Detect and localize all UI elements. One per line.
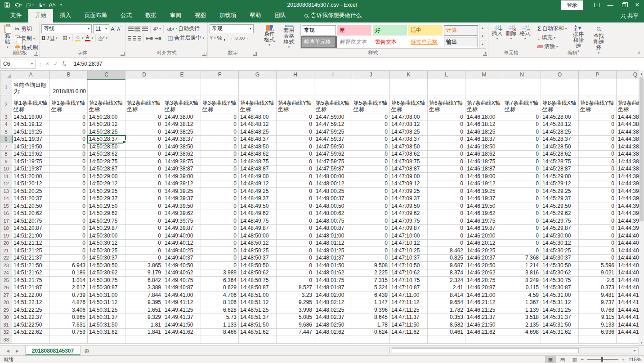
phonetic-guide-button[interactable]: 变x — [98, 34, 105, 42]
cell-B17[interactable]: 0 — [50, 217, 88, 225]
cell-M14[interactable]: 14:46:19:37 — [465, 195, 503, 202]
cell-P14[interactable]: 0 — [579, 195, 617, 202]
cell-C32[interactable]: 14:50:31:62 — [88, 328, 125, 336]
cell-Q31[interactable]: 14:44:41:50 — [617, 321, 639, 329]
cell-O14[interactable]: 14:45:29:37 — [541, 195, 579, 202]
cell-M18[interactable]: 14:46:19:87 — [465, 224, 503, 232]
cell-B31[interactable]: 7.631 — [50, 321, 88, 329]
cell-F27[interactable]: 4.706 — [201, 291, 239, 299]
format-as-table-button[interactable]: 套用表格格式 ▾ — [279, 24, 299, 50]
cell-F15[interactable]: 0 — [201, 202, 239, 210]
cell[interactable] — [465, 336, 503, 344]
cell-L11[interactable]: 0 — [428, 173, 465, 180]
cell-D25[interactable]: 6.842 — [125, 277, 163, 284]
styles-dialog-launcher[interactable] — [483, 52, 487, 56]
cell-J18[interactable]: 0 — [352, 224, 390, 232]
cell-A7[interactable]: 14:51:19:50 — [12, 143, 50, 151]
cell-G8[interactable]: 14:48:48:62 — [239, 150, 277, 158]
cell-O26[interactable]: 14:45:30:87 — [541, 284, 579, 291]
cell-Q27[interactable]: 14:44:41:00 — [617, 291, 639, 299]
cell-G20[interactable]: 14:48:50:12 — [239, 239, 277, 247]
cell-style-警告文本[interactable]: 警告文本 — [373, 37, 407, 47]
cell-D20[interactable]: 0 — [125, 239, 163, 247]
cell-F19[interactable]: 0 — [201, 232, 239, 240]
cell-J24[interactable]: 2.225 — [352, 269, 390, 277]
cell-J16[interactable]: 0 — [352, 210, 390, 217]
cell-H5[interactable]: 0 — [277, 128, 314, 136]
cell-I25[interactable]: 14:48:01:75 — [314, 277, 352, 284]
cell-L14[interactable]: 0 — [428, 195, 465, 202]
cell-E19[interactable]: 14:49:40:00 — [163, 232, 201, 240]
cell-Q25[interactable]: 14:44:40:75 — [617, 277, 639, 284]
cell-B29[interactable]: 3.406 — [50, 306, 88, 314]
cell[interactable] — [428, 336, 465, 344]
cell-N20[interactable]: 0 — [503, 239, 541, 247]
cell-L15[interactable]: 0 — [428, 202, 465, 210]
tab-公式[interactable]: 公式 — [114, 9, 139, 22]
cell-M12[interactable]: 14:46:19:12 — [465, 180, 503, 188]
cell-O20[interactable]: 14:45:30:12 — [541, 239, 579, 247]
cell-F17[interactable]: 0 — [201, 217, 239, 225]
cell-C9[interactable]: 14:50:28:75 — [88, 158, 125, 166]
cell-E7[interactable]: 14:49:38:50 — [163, 143, 201, 151]
fill-button[interactable]: ↓填充▾ — [536, 33, 568, 42]
cell-H32[interactable]: 7.447 — [277, 328, 314, 336]
clipboard-dialog-launcher[interactable] — [34, 52, 38, 56]
cell-F3[interactable]: 0 — [201, 113, 239, 121]
touch-mode-icon[interactable]: ▾ — [38, 2, 45, 8]
cell-O8[interactable]: 14:45:28:62 — [541, 150, 579, 158]
cell-style-差[interactable]: 差 — [337, 25, 371, 36]
cell[interactable] — [617, 79, 639, 95]
cell-I4[interactable]: 14:47:59:12 — [314, 121, 352, 128]
cell-A12[interactable]: 14:51:20:12 — [12, 180, 50, 188]
cell-B24[interactable]: 0.186 — [50, 269, 88, 277]
cell-D27[interactable]: 7.844 — [125, 291, 163, 299]
cell-C2[interactable]: 第2条曲线X轴坐标 — [88, 95, 125, 113]
cell-A5[interactable]: 14:51:19:25 — [12, 128, 50, 136]
cell-I2[interactable]: 第5条曲线X轴坐标 — [314, 95, 352, 113]
cell-J28[interactable]: 1.147 — [352, 299, 390, 306]
cell-K18[interactable]: 14:47:09:87 — [390, 224, 428, 232]
zoom-level[interactable]: 115% — [628, 357, 641, 362]
cell-C28[interactable]: 14:50:31:12 — [88, 299, 125, 306]
cell-E23[interactable]: 14:49:40:50 — [163, 262, 201, 269]
wrap-text-button[interactable]: ab↩自动换行 — [166, 24, 201, 33]
cell-I12[interactable]: 14:48:00:12 — [314, 180, 352, 188]
cell[interactable] — [390, 336, 428, 344]
borders-button[interactable]: ⊞ — [63, 35, 67, 41]
cell-I18[interactable]: 14:48:00:87 — [314, 224, 352, 232]
cell-N19[interactable]: 0 — [503, 232, 541, 240]
cell-L17[interactable]: 0 — [428, 217, 465, 225]
cell-O3[interactable]: 14:45:28:00 — [541, 113, 579, 121]
cell-F7[interactable]: 0 — [201, 143, 239, 151]
cell-D17[interactable]: 0 — [125, 217, 163, 225]
cell-B22[interactable]: 0 — [50, 254, 88, 262]
cell-B23[interactable]: 6.943 — [50, 262, 88, 269]
cell-A14[interactable]: 14:51:20:37 — [12, 195, 50, 202]
cell-M19[interactable]: 14:46:20:00 — [465, 232, 503, 240]
row-header-26[interactable]: 26 — [0, 284, 12, 291]
gallery-down-icon[interactable]: ▼ — [479, 32, 486, 40]
row-header-25[interactable]: 25 — [0, 277, 12, 284]
row-header-24[interactable]: 24 — [0, 269, 12, 277]
cell-J32[interactable]: 0.624 — [352, 328, 390, 336]
cell-H24[interactable]: 0 — [277, 269, 314, 277]
cell-Q18[interactable]: 14:44:39:87 — [617, 224, 639, 232]
cell-A9[interactable]: 14:51:19:75 — [12, 158, 50, 166]
cell-E24[interactable]: 14:49:40:62 — [163, 269, 201, 277]
cell-F22[interactable]: 0 — [201, 254, 239, 262]
cell-C13[interactable]: 14:50:29:25 — [88, 188, 125, 195]
cell-C20[interactable]: 14:50:30:12 — [88, 239, 125, 247]
cell-G27[interactable]: 14:48:51:00 — [239, 291, 277, 299]
cell-O30[interactable]: 14:45:31:37 — [541, 314, 579, 321]
cell-L30[interactable]: 0.353 — [428, 314, 465, 321]
cell-Q21[interactable]: 14:44:40:25 — [617, 247, 639, 255]
cell-M4[interactable]: 14:46:18:12 — [465, 121, 503, 128]
cell-F9[interactable]: 0 — [201, 158, 239, 166]
cell-Q10[interactable]: 14:44:38:87 — [617, 165, 639, 173]
cell-M32[interactable]: 14:46:21:62 — [465, 328, 503, 336]
ribbon-display-options-button[interactable]: ⌃ — [590, 0, 604, 10]
cell-H28[interactable]: 9.295 — [277, 299, 314, 306]
row-header-7[interactable]: 7 — [0, 143, 12, 151]
zoom-out-icon[interactable]: − — [581, 356, 584, 363]
